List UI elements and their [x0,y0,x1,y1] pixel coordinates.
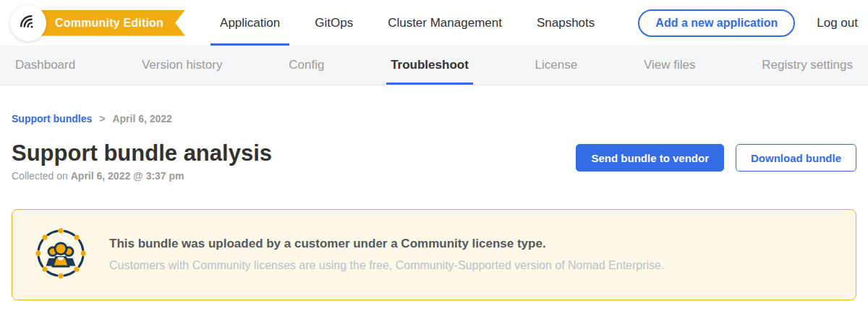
collected-date: April 6, 2022 @ 3:37 pm [71,170,184,182]
community-edition-badge: Community Edition [36,10,185,36]
community-group-icon [34,227,88,283]
subnav-item-config[interactable]: Config [289,46,324,85]
bundle-actions: Send bundle to vendor Download bundle [576,140,856,172]
main-content: Support bundles > April 6, 2022 Support … [0,113,868,300]
breadcrumb-support-bundles-link[interactable]: Support bundles [12,113,92,124]
tab-cluster-management[interactable]: Cluster Management [370,0,519,46]
title-row: Support bundle analysis Collected on Apr… [12,140,856,182]
subnav-item-troubleshoot[interactable]: Troubleshoot [391,46,469,85]
subnav-item-dashboard[interactable]: Dashboard [15,46,75,85]
top-nav-bar: Community Edition Application GitOps Clu… [0,0,868,46]
subnav-item-registry-settings[interactable]: Registry settings [762,46,853,85]
subnav-item-version-history[interactable]: Version history [142,46,223,85]
subnav-item-view-files[interactable]: View files [644,46,696,85]
replicated-logo-glyph [18,13,38,33]
app-sub-nav: Dashboard Version history Config Trouble… [0,46,868,85]
banner-heading: This bundle was uploaded by a customer u… [109,237,664,251]
tab-snapshots[interactable]: Snapshots [519,0,612,46]
collected-prefix: Collected on [12,170,71,182]
tab-application[interactable]: Application [203,0,297,46]
add-application-button[interactable]: Add a new application [638,9,795,37]
breadcrumb-separator: > [99,113,105,124]
top-actions: Add a new application Log out [638,9,858,37]
banner-subtext: Customers with Community licenses are us… [109,259,664,272]
banner-text: This bundle was uploaded by a customer u… [109,237,664,272]
primary-nav: Application GitOps Cluster Management Sn… [203,0,612,46]
breadcrumb: Support bundles > April 6, 2022 [12,113,856,124]
page-title: Support bundle analysis [12,140,272,166]
tab-gitops[interactable]: GitOps [297,0,370,46]
title-block: Support bundle analysis Collected on Apr… [12,140,272,182]
collected-timestamp: Collected on April 6, 2022 @ 3:37 pm [12,170,272,182]
download-bundle-button[interactable]: Download bundle [736,144,856,172]
breadcrumb-current: April 6, 2022 [112,113,172,124]
subnav-item-license[interactable]: License [535,46,578,85]
send-bundle-to-vendor-button[interactable]: Send bundle to vendor [576,144,724,172]
replicated-logo-icon[interactable] [10,5,46,41]
brand: Community Edition [10,5,185,41]
logout-link[interactable]: Log out [817,16,858,30]
community-license-banner: This bundle was uploaded by a customer u… [12,209,856,300]
